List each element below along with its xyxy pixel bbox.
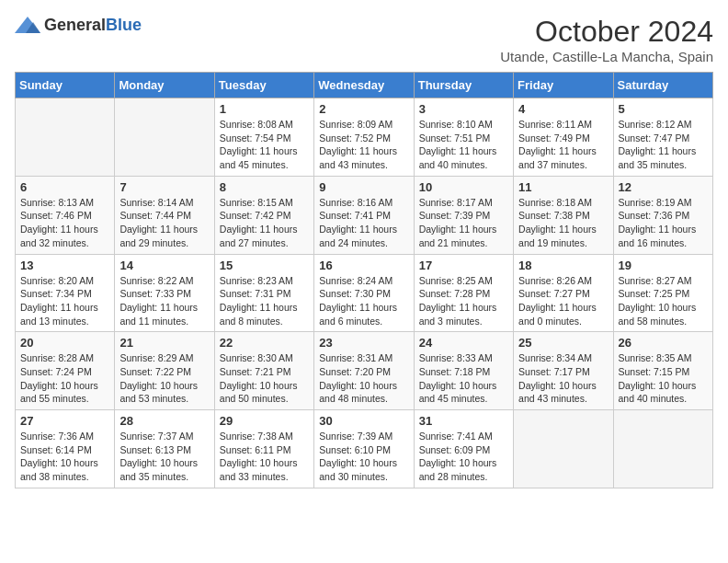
weekday-thursday: Thursday <box>414 73 513 98</box>
day-number: 4 <box>518 102 608 116</box>
title-block: October 2024 Utande, Castille-La Mancha,… <box>500 15 713 64</box>
day-number: 31 <box>419 414 508 428</box>
day-number: 9 <box>319 180 408 194</box>
calendar-cell: 24Sunrise: 8:33 AM Sunset: 7:18 PM Dayli… <box>414 332 513 410</box>
day-info: Sunrise: 8:13 AM Sunset: 7:46 PM Dayligh… <box>20 196 109 250</box>
logo-icon <box>15 15 40 35</box>
day-info: Sunrise: 8:23 AM Sunset: 7:31 PM Dayligh… <box>220 274 309 328</box>
day-number: 20 <box>20 336 109 350</box>
day-number: 14 <box>119 259 209 272</box>
day-info: Sunrise: 7:41 AM Sunset: 6:09 PM Dayligh… <box>419 430 508 484</box>
weekday-saturday: Saturday <box>613 73 712 98</box>
calendar-cell <box>613 410 712 488</box>
logo-blue-text: Blue <box>106 16 142 34</box>
calendar-cell: 28Sunrise: 7:37 AM Sunset: 6:13 PM Dayli… <box>115 410 214 488</box>
day-number: 27 <box>20 414 109 428</box>
calendar-cell: 20Sunrise: 8:28 AM Sunset: 7:24 PM Dayli… <box>16 332 115 410</box>
day-info: Sunrise: 8:11 AM Sunset: 7:49 PM Dayligh… <box>518 118 608 172</box>
calendar-cell: 25Sunrise: 8:34 AM Sunset: 7:17 PM Dayli… <box>514 332 613 410</box>
calendar-cell: 1Sunrise: 8:08 AM Sunset: 7:54 PM Daylig… <box>214 98 313 177</box>
day-info: Sunrise: 8:28 AM Sunset: 7:24 PM Dayligh… <box>20 351 109 406</box>
weekday-monday: Monday <box>115 73 214 98</box>
calendar-week-2: 6Sunrise: 8:13 AM Sunset: 7:46 PM Daylig… <box>16 176 713 254</box>
day-info: Sunrise: 8:12 AM Sunset: 7:47 PM Dayligh… <box>619 118 708 172</box>
day-number: 29 <box>220 414 309 428</box>
weekday-friday: Friday <box>514 73 613 98</box>
calendar-cell: 7Sunrise: 8:14 AM Sunset: 7:44 PM Daylig… <box>115 176 214 254</box>
day-number: 16 <box>319 259 408 272</box>
calendar-cell: 14Sunrise: 8:22 AM Sunset: 7:33 PM Dayli… <box>115 254 214 332</box>
calendar-cell: 26Sunrise: 8:35 AM Sunset: 7:15 PM Dayli… <box>613 332 712 410</box>
day-number: 30 <box>319 414 408 428</box>
calendar-cell: 8Sunrise: 8:15 AM Sunset: 7:42 PM Daylig… <box>214 176 313 254</box>
day-info: Sunrise: 8:08 AM Sunset: 7:54 PM Dayligh… <box>220 118 309 172</box>
calendar-week-3: 13Sunrise: 8:20 AM Sunset: 7:34 PM Dayli… <box>16 254 713 332</box>
day-number: 17 <box>419 259 508 272</box>
day-info: Sunrise: 8:20 AM Sunset: 7:34 PM Dayligh… <box>20 274 109 328</box>
day-info: Sunrise: 8:15 AM Sunset: 7:42 PM Dayligh… <box>220 196 309 250</box>
day-number: 1 <box>220 102 309 116</box>
day-number: 25 <box>518 336 608 350</box>
weekday-wednesday: Wednesday <box>314 73 414 98</box>
calendar-week-1: 1Sunrise: 8:08 AM Sunset: 7:54 PM Daylig… <box>16 98 713 177</box>
day-info: Sunrise: 8:33 AM Sunset: 7:18 PM Dayligh… <box>419 351 508 406</box>
calendar-cell: 6Sunrise: 8:13 AM Sunset: 7:46 PM Daylig… <box>16 176 115 254</box>
day-info: Sunrise: 8:29 AM Sunset: 7:22 PM Dayligh… <box>119 351 209 406</box>
day-number: 22 <box>220 336 309 350</box>
day-number: 6 <box>20 180 109 194</box>
calendar-cell <box>514 410 613 488</box>
day-info: Sunrise: 7:38 AM Sunset: 6:11 PM Dayligh… <box>220 430 309 484</box>
weekday-tuesday: Tuesday <box>214 73 313 98</box>
calendar-cell: 19Sunrise: 8:27 AM Sunset: 7:25 PM Dayli… <box>613 254 712 332</box>
calendar-cell: 16Sunrise: 8:24 AM Sunset: 7:30 PM Dayli… <box>314 254 414 332</box>
day-number: 2 <box>319 102 408 116</box>
day-info: Sunrise: 7:39 AM Sunset: 6:10 PM Dayligh… <box>319 430 408 484</box>
day-info: Sunrise: 8:18 AM Sunset: 7:38 PM Dayligh… <box>518 196 608 250</box>
calendar-cell: 4Sunrise: 8:11 AM Sunset: 7:49 PM Daylig… <box>514 98 613 177</box>
day-number: 28 <box>119 414 209 428</box>
calendar-cell: 12Sunrise: 8:19 AM Sunset: 7:36 PM Dayli… <box>613 176 712 254</box>
calendar-cell: 23Sunrise: 8:31 AM Sunset: 7:20 PM Dayli… <box>314 332 414 410</box>
day-number: 18 <box>518 259 608 272</box>
day-number: 11 <box>518 180 608 194</box>
page-header: GeneralBlue October 2024 Utande, Castill… <box>15 15 713 64</box>
day-info: Sunrise: 8:10 AM Sunset: 7:51 PM Dayligh… <box>419 118 508 172</box>
calendar-cell: 27Sunrise: 7:36 AM Sunset: 6:14 PM Dayli… <box>16 410 115 488</box>
calendar-cell <box>115 98 214 177</box>
calendar-cell: 13Sunrise: 8:20 AM Sunset: 7:34 PM Dayli… <box>16 254 115 332</box>
calendar-cell <box>16 98 115 177</box>
day-info: Sunrise: 8:25 AM Sunset: 7:28 PM Dayligh… <box>419 274 508 328</box>
weekday-sunday: Sunday <box>16 73 115 98</box>
day-number: 23 <box>319 336 408 350</box>
day-info: Sunrise: 8:24 AM Sunset: 7:30 PM Dayligh… <box>319 274 408 328</box>
calendar-cell: 29Sunrise: 7:38 AM Sunset: 6:11 PM Dayli… <box>214 410 313 488</box>
day-info: Sunrise: 8:22 AM Sunset: 7:33 PM Dayligh… <box>119 274 209 328</box>
calendar-cell: 2Sunrise: 8:09 AM Sunset: 7:52 PM Daylig… <box>314 98 414 177</box>
day-info: Sunrise: 8:14 AM Sunset: 7:44 PM Dayligh… <box>119 196 209 250</box>
day-info: Sunrise: 8:26 AM Sunset: 7:27 PM Dayligh… <box>518 274 608 328</box>
day-info: Sunrise: 8:35 AM Sunset: 7:15 PM Dayligh… <box>619 351 708 406</box>
calendar-cell: 17Sunrise: 8:25 AM Sunset: 7:28 PM Dayli… <box>414 254 513 332</box>
day-info: Sunrise: 7:36 AM Sunset: 6:14 PM Dayligh… <box>20 430 109 484</box>
day-number: 21 <box>119 336 209 350</box>
calendar-cell: 15Sunrise: 8:23 AM Sunset: 7:31 PM Dayli… <box>214 254 313 332</box>
calendar-body: 1Sunrise: 8:08 AM Sunset: 7:54 PM Daylig… <box>16 98 713 488</box>
weekday-header-row: SundayMondayTuesdayWednesdayThursdayFrid… <box>16 73 713 98</box>
calendar-cell: 30Sunrise: 7:39 AM Sunset: 6:10 PM Dayli… <box>314 410 414 488</box>
day-info: Sunrise: 8:16 AM Sunset: 7:41 PM Dayligh… <box>319 196 408 250</box>
day-info: Sunrise: 8:19 AM Sunset: 7:36 PM Dayligh… <box>619 196 708 250</box>
day-number: 7 <box>119 180 209 194</box>
calendar-cell: 9Sunrise: 8:16 AM Sunset: 7:41 PM Daylig… <box>314 176 414 254</box>
calendar-cell: 10Sunrise: 8:17 AM Sunset: 7:39 PM Dayli… <box>414 176 513 254</box>
calendar-cell: 21Sunrise: 8:29 AM Sunset: 7:22 PM Dayli… <box>115 332 214 410</box>
calendar-cell: 5Sunrise: 8:12 AM Sunset: 7:47 PM Daylig… <box>613 98 712 177</box>
day-info: Sunrise: 8:17 AM Sunset: 7:39 PM Dayligh… <box>419 196 508 250</box>
day-number: 8 <box>220 180 309 194</box>
calendar-cell: 22Sunrise: 8:30 AM Sunset: 7:21 PM Dayli… <box>214 332 313 410</box>
day-number: 12 <box>619 180 708 194</box>
day-info: Sunrise: 8:34 AM Sunset: 7:17 PM Dayligh… <box>518 351 608 406</box>
day-number: 19 <box>619 259 708 272</box>
calendar-week-4: 20Sunrise: 8:28 AM Sunset: 7:24 PM Dayli… <box>16 332 713 410</box>
calendar-cell: 3Sunrise: 8:10 AM Sunset: 7:51 PM Daylig… <box>414 98 513 177</box>
logo-general-text: General <box>44 16 106 34</box>
